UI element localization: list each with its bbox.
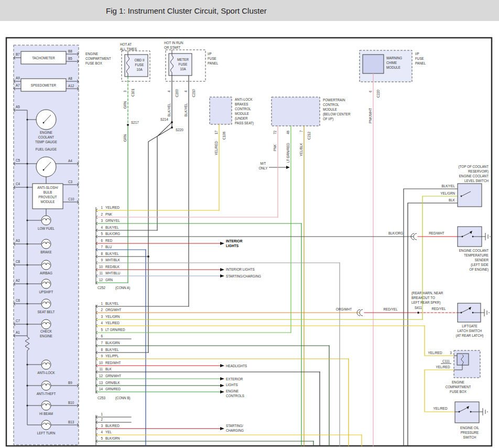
splice-label: S220 xyxy=(176,128,183,132)
destination-label: CONTROLS xyxy=(226,394,244,398)
pin-number: 17 xyxy=(214,130,218,134)
hot-label: OR START xyxy=(164,46,180,49)
svg-text:SWITCH: SWITCH xyxy=(463,435,476,439)
connector-label: C200 xyxy=(175,89,179,97)
pin-number: 72 xyxy=(273,130,277,134)
pin-label: C6 xyxy=(16,298,20,302)
destination-label: LIGHTS xyxy=(226,244,239,248)
page-title: Fig 1: Instrument Cluster Circuit, Sport… xyxy=(106,6,267,15)
wire-label: RED/YEL xyxy=(384,307,398,311)
tachometer-label: TACHOMETER xyxy=(32,56,55,60)
pin-number: 9 xyxy=(101,354,103,358)
pin-number: 6 xyxy=(101,334,103,338)
mt-only-label: M/T xyxy=(261,162,266,165)
wire-label: GRN xyxy=(123,134,127,142)
pin-number: 5 xyxy=(101,328,103,332)
connector-label: C210 xyxy=(192,89,196,97)
connector-label: C212 xyxy=(307,131,311,140)
svg-text:(REAR HARN, NEAR: (REAR HARN, NEAR xyxy=(411,291,443,295)
wire-label: BLK xyxy=(449,198,455,202)
svg-text:TEMP GAUGE: TEMP GAUGE xyxy=(35,140,57,144)
oil-switch-box xyxy=(455,402,479,423)
wire-name: BLK/YEL xyxy=(105,252,119,255)
pin-number: 6 xyxy=(101,239,103,242)
svg-text:FUEL GAUGE: FUEL GAUGE xyxy=(36,147,57,151)
svg-text:COOLANT: COOLANT xyxy=(38,135,55,139)
pin-label: B13 xyxy=(68,420,74,424)
wiring-diagram-page: Fig 1: Instrument Cluster Circuit, Sport… xyxy=(0,0,499,448)
pin-number: 10 xyxy=(99,361,103,365)
lamp-label: ENGINE xyxy=(40,334,52,338)
wire-name: YEL/RED xyxy=(105,206,120,209)
abs-label: MODULE xyxy=(235,112,249,115)
pin-label: C7 xyxy=(16,319,20,323)
svg-text:RESERVOIR): RESERVOIR) xyxy=(468,169,489,174)
pin-number: 8 xyxy=(101,252,103,255)
wire-label: BLK/YEL xyxy=(184,103,188,116)
pin-number: 4 xyxy=(101,430,103,434)
svg-text:LATCH SWITCH: LATCH SWITCH xyxy=(458,329,482,333)
svg-text:FUSE BOX: FUSE BOX xyxy=(450,390,467,393)
chime-panel-label: FUSE xyxy=(415,57,424,60)
pin-number: 4 xyxy=(101,321,103,325)
connector-label: C220 xyxy=(376,89,380,98)
lamp-label: HI BEAM xyxy=(39,412,53,415)
wire-name: BLK/YEL xyxy=(105,348,119,351)
svg-text:COMPARTMENT: COMPARTMENT xyxy=(446,385,471,389)
destination-label: INTERIOR xyxy=(226,239,243,243)
connector-label: C101 xyxy=(131,88,135,97)
pin-label: C3 xyxy=(68,180,73,184)
wire-name: BLK/YEL xyxy=(105,226,119,229)
connector-label: C111 xyxy=(442,359,450,363)
pin-number: 8 xyxy=(101,348,103,351)
anti-slosh-module: ANTI-SLOSH/ BULB PROVEOUT MODULE xyxy=(32,184,63,209)
lamp-label: LOW FUEL xyxy=(38,227,55,230)
wire-label: PNK xyxy=(273,144,277,151)
pin-label: C10 xyxy=(68,197,74,201)
wire-name: LT GRN/RED xyxy=(105,328,125,332)
diagram-svg: Fig 1: Instrument Cluster Circuit, Sport… xyxy=(0,0,499,448)
wire-name: BLK/YEL xyxy=(105,302,119,305)
pin-number: 3 xyxy=(101,219,103,222)
pin-label: B10 xyxy=(68,401,74,404)
wire-name: WHT/BLU xyxy=(105,271,121,275)
splice-s214 xyxy=(171,121,173,123)
connector-name: C252 xyxy=(97,286,106,290)
pin-label: A2 xyxy=(16,279,20,282)
destination-label: HEADLIGHTS xyxy=(226,364,247,368)
pin-label: A4 xyxy=(68,159,72,163)
splice-label: S217 xyxy=(131,121,139,124)
pin-label: A7 xyxy=(16,83,20,87)
abs-label: PASS SEAT) xyxy=(235,121,254,125)
splice-s220 xyxy=(171,126,173,129)
svg-text:LEFT REAR SPKR): LEFT REAR SPKR) xyxy=(411,301,441,305)
chime-label: WARNING xyxy=(386,56,402,60)
fuse1-label: OBD II xyxy=(135,58,145,62)
wire-name: GRN xyxy=(105,278,113,282)
svg-text:TEMPERATURE: TEMPERATURE xyxy=(464,253,489,257)
wire-name: BLK/ORG xyxy=(105,232,120,236)
pin-number: 48 xyxy=(286,130,290,134)
pin-number: 3 xyxy=(101,424,103,428)
pin-number: 1 xyxy=(101,412,103,416)
svg-text:SENDER: SENDER xyxy=(475,258,489,262)
pin-number: 4 xyxy=(167,90,171,92)
pin-number: 5 xyxy=(101,436,103,440)
lamp-label: SEAT BELT xyxy=(38,310,55,314)
svg-text:ENGINE COOLANT: ENGINE COOLANT xyxy=(459,174,489,178)
wire-name: YEL/GRN xyxy=(105,315,120,318)
svg-text:(TOP OF COOLANT: (TOP OF COOLANT xyxy=(459,165,489,169)
pin-number: 1 xyxy=(101,302,103,305)
abs-label: BRAKES xyxy=(235,102,248,106)
wire-label: YEL/RED xyxy=(436,365,450,369)
wire-name: GRN/RED xyxy=(105,387,121,391)
speedometer-label: SPEEDOMETER xyxy=(31,83,57,87)
destination-label: STARTING/CHARGING xyxy=(226,274,261,278)
lamp-label: BRAKE xyxy=(40,250,51,254)
wire-name: YEL xyxy=(105,430,112,434)
pin-label: A5 xyxy=(16,105,20,109)
chime-label: MODULE xyxy=(386,66,400,69)
destination-label: EXTERIOR xyxy=(226,377,243,381)
fusebox1-label: COMPARTMENT xyxy=(85,57,111,60)
pin-number: 2 xyxy=(101,212,103,216)
